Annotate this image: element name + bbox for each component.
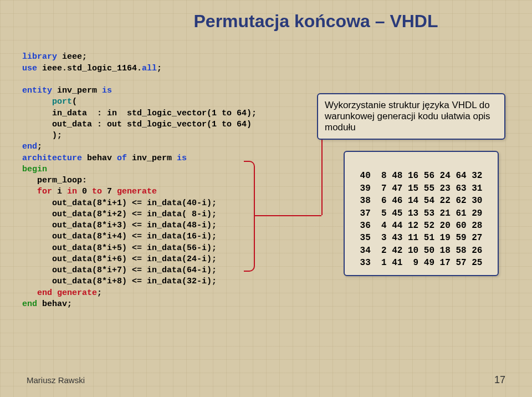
code-text: ieee;	[57, 52, 87, 62]
callout-box: Wykorzystanie struktur języka VHDL do wa…	[317, 93, 505, 140]
kw-generate: generate	[117, 187, 157, 196]
kw-end: end	[22, 142, 37, 151]
code-text: behav	[82, 154, 117, 163]
table-row: 34 2 42 10 50 18 58 26	[360, 246, 483, 256]
kw-end3: end	[22, 299, 37, 309]
code-line: out_data(8*i+6) <= in_data(24-i);	[22, 255, 217, 264]
code-line: );	[22, 131, 62, 140]
code-line: perm_loop:	[22, 176, 87, 185]
kw-use: use	[22, 64, 37, 73]
code-text	[52, 288, 57, 298]
code-text: 7	[102, 187, 117, 196]
kw-entity: entity	[22, 86, 52, 95]
code-text: ;	[157, 64, 162, 73]
kw-port: port	[22, 97, 72, 106]
kw-library: library	[22, 52, 57, 62]
code-text: i	[52, 187, 67, 196]
code-text: (	[72, 97, 77, 106]
code-line: out_data(8*i+5) <= in_data(56-i);	[22, 243, 217, 253]
table-row: 35 3 43 11 51 19 59 27	[360, 233, 483, 243]
table-row: 33 1 41 9 49 17 57 25	[360, 258, 483, 268]
code-text: ieee.std_logic_1164.	[37, 64, 142, 73]
footer-page-number: 17	[494, 374, 505, 386]
kw-begin: begin	[22, 165, 47, 174]
footer-author: Mariusz Rawski	[27, 375, 85, 385]
table-row: 40 8 48 16 56 24 64 32	[360, 171, 483, 181]
code-text: inv_perm	[127, 154, 177, 163]
code-line: out_data(8*i+2) <= in_data( 8-i);	[22, 210, 217, 219]
kw-is2: is	[177, 154, 187, 163]
code-text: 0	[77, 187, 92, 196]
kw-generate2: generate	[57, 288, 97, 298]
connector-line	[255, 215, 321, 216]
code-text: ;	[97, 288, 102, 298]
code-line: out_data(8*i+1) <= in_data(40-i);	[22, 198, 217, 208]
code-line: out_data(8*i+8) <= in_data(32-i);	[22, 277, 217, 286]
kw-of: of	[117, 154, 127, 163]
code-line: out_data : out std_logic_vector(1 to 64)	[22, 120, 252, 129]
kw-architecture: architecture	[22, 154, 82, 163]
code-text: inv_perm	[52, 86, 102, 95]
kw-to: to	[92, 187, 102, 196]
code-line: out_data(8*i+4) <= in_data(16-i);	[22, 232, 217, 241]
kw-for: for	[22, 187, 52, 196]
code-text: ;	[37, 142, 42, 151]
code-line: in_data : in std_logic_vector(1 to 64);	[22, 109, 257, 118]
kw-end2: end	[22, 288, 52, 298]
table-row: 37 5 45 13 53 21 61 29	[360, 208, 483, 218]
table-row: 36 4 44 12 52 20 60 28	[360, 221, 483, 231]
permutation-table: 40 8 48 16 56 24 64 32 39 7 47 15 55 23 …	[344, 151, 499, 276]
kw-in: in	[67, 187, 77, 196]
code-line: out_data(8*i+7) <= in_data(64-i);	[22, 266, 217, 275]
code-line: out_data(8*i+3) <= in_data(48-i);	[22, 221, 217, 230]
code-text: behav;	[37, 299, 72, 309]
kw-all: all	[142, 64, 157, 73]
table-row: 38 6 46 14 54 22 62 30	[360, 196, 483, 206]
code-bracket	[244, 161, 255, 272]
kw-is: is	[102, 86, 112, 95]
table-row: 39 7 47 15 55 23 63 31	[360, 184, 483, 194]
slide-title: Permutacja końcowa – VHDL	[122, 11, 510, 32]
